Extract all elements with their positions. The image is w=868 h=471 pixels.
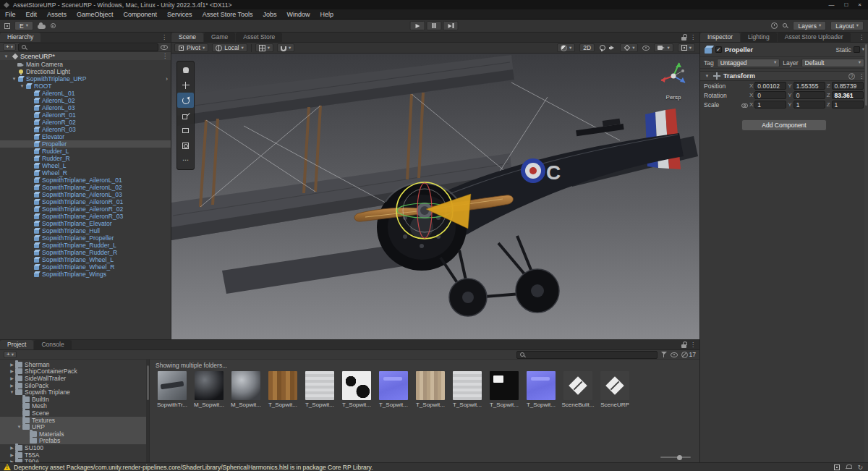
- menu-item-help[interactable]: Help: [315, 11, 339, 18]
- asset-sopwithtr[interactable]: SopwithTr...: [156, 371, 189, 408]
- scene-visibility-toggle-icon[interactable]: [642, 46, 650, 51]
- effects-button[interactable]: ▾: [620, 43, 638, 52]
- add-component-button[interactable]: Add Component: [741, 119, 827, 131]
- expander-icon[interactable]: ▶: [9, 369, 15, 373]
- tab-game[interactable]: Game: [204, 33, 235, 42]
- hierarchy-item-sopwithtriplane-urp[interactable]: ▼SopwithTriplane_URP›: [0, 75, 171, 82]
- hierarchy-item-sopwithtriplane-aileronl-01[interactable]: SopwithTriplane_AileronL_01: [0, 177, 171, 184]
- panel-menu-icon[interactable]: ⋮: [690, 341, 696, 348]
- folder-urp[interactable]: ▼URP: [0, 423, 149, 430]
- layer-dropdown[interactable]: Default ▾: [801, 59, 865, 67]
- tab-scene[interactable]: Scene: [171, 33, 203, 42]
- scale-link-icon[interactable]: [741, 102, 747, 108]
- expander-icon[interactable]: ▼: [9, 390, 15, 394]
- tab-inspector[interactable]: Inspector: [700, 33, 740, 42]
- expander-icon[interactable]: ▶: [9, 459, 15, 462]
- axis-input-z[interactable]: 1: [832, 101, 864, 109]
- step-button[interactable]: [443, 21, 459, 30]
- services-gear-icon[interactable]: [50, 22, 56, 29]
- orientation-gizmo[interactable]: Persp: [653, 58, 694, 101]
- hierarchy-item-sopwithtriplane-elevator[interactable]: SopwithTriplane_Elevator: [0, 220, 171, 227]
- gizmos-button[interactable]: ▾: [678, 43, 695, 52]
- menu-item-jobs[interactable]: Jobs: [258, 11, 282, 18]
- transform-tool[interactable]: [177, 138, 194, 153]
- scene-render[interactable]: C: [171, 54, 699, 339]
- version-control-icon[interactable]: [4, 23, 10, 29]
- notifications-icon[interactable]: [846, 464, 851, 470]
- tag-dropdown[interactable]: Untagged ▾: [717, 59, 780, 67]
- close-button[interactable]: ×: [858, 1, 861, 8]
- lock-icon[interactable]: [681, 341, 686, 348]
- create-object-button[interactable]: + ▾: [3, 43, 16, 51]
- asset-t-sopwit[interactable]: T_Sopwit...: [303, 371, 336, 408]
- folder-materials[interactable]: Materials: [0, 430, 149, 438]
- hierarchy-item-elevator[interactable]: Elevator: [0, 133, 171, 140]
- hierarchy-search-field[interactable]: [18, 43, 158, 51]
- scene-viewport[interactable]: C: [171, 54, 699, 339]
- expander-icon[interactable]: ▶: [9, 446, 15, 450]
- asset-m-sopwit[interactable]: M_Sopwit...: [229, 371, 263, 408]
- maximize-button[interactable]: □: [844, 1, 848, 8]
- expander-icon[interactable]: ▶: [9, 453, 15, 457]
- hierarchy-item-wheel-r[interactable]: Wheel_R: [0, 169, 171, 177]
- expander-icon[interactable]: ▼: [16, 425, 22, 429]
- tab-project[interactable]: Project: [0, 340, 33, 349]
- hierarchy-item-aileronl-02[interactable]: AileronL_02: [0, 97, 171, 104]
- hierarchy-item-sopwithtriplane-aileronl-02[interactable]: SopwithTriplane_AileronL_02: [0, 184, 171, 191]
- asset-m-sopwit[interactable]: M_Sopwit...: [192, 371, 226, 408]
- expander-icon[interactable]: ▼: [11, 77, 17, 81]
- axis-input-y[interactable]: 1.55355: [793, 82, 825, 90]
- tab-lighting[interactable]: Lighting: [741, 33, 777, 42]
- hierarchy-item-root[interactable]: ▼ROOT: [0, 82, 171, 90]
- prefab-open-arrow[interactable]: ›: [166, 75, 171, 82]
- minimize-button[interactable]: —: [828, 1, 834, 8]
- layout-dropdown[interactable]: Layout ▾: [830, 21, 864, 30]
- camera-settings-button[interactable]: ▾: [654, 43, 673, 52]
- warning-icon[interactable]: [4, 464, 11, 470]
- hierarchy-search-input[interactable]: [29, 44, 156, 51]
- hierarchy-item-sopwithtriplane-aileronr-03[interactable]: SopwithTriplane_AileronR_03: [0, 213, 171, 220]
- move-tool[interactable]: [177, 77, 194, 93]
- menu-item-services[interactable]: Services: [162, 11, 197, 18]
- asset-t-sopwit[interactable]: T_Sopwit...: [377, 371, 410, 408]
- pause-button[interactable]: [427, 21, 442, 30]
- hierarchy-item-sopwithtriplane-hull[interactable]: SopwithTriplane_Hull: [0, 227, 171, 234]
- scale-tool[interactable]: [177, 108, 194, 123]
- menu-item-edit[interactable]: Edit: [21, 11, 43, 18]
- hierarchy-item-wheel-l[interactable]: Wheel_L: [0, 162, 171, 169]
- project-search-input[interactable]: [527, 352, 655, 358]
- asset-t-sopwit[interactable]: T_Sopwit...: [340, 371, 373, 408]
- axis-input-y[interactable]: 1: [793, 101, 825, 109]
- thumbnail-zoom-slider[interactable]: [660, 457, 691, 458]
- axis-input-z[interactable]: 83.361: [832, 91, 864, 99]
- expander-icon[interactable]: ▼: [19, 84, 25, 88]
- cloud-services-icon[interactable]: [38, 25, 46, 29]
- hierarchy-item-sopwithtriplane-rudder-r[interactable]: SopwithTriplane_Rudder_R: [0, 249, 171, 256]
- axis-input-x[interactable]: 0.00102: [754, 82, 786, 90]
- scene-root-row[interactable]: ▼ SceneURP* ⋮: [0, 52, 171, 60]
- axis-input-z[interactable]: 0.85739: [832, 82, 864, 90]
- axis-input-x[interactable]: 0: [754, 91, 786, 99]
- folder-su100[interactable]: ▶SU100: [0, 444, 149, 451]
- background-tasks-icon[interactable]: [834, 464, 840, 470]
- status-message[interactable]: Dependency asset Packages/com.unity.rend…: [14, 464, 373, 471]
- axis-input-x[interactable]: 1: [754, 101, 786, 109]
- panel-menu-icon[interactable]: ⋮: [859, 34, 864, 41]
- search-by-label-icon[interactable]: [671, 352, 678, 357]
- rect-tool[interactable]: [177, 123, 194, 138]
- panel-menu-icon[interactable]: ⋮: [690, 34, 696, 41]
- scene-lighting-icon[interactable]: [599, 45, 605, 51]
- project-search-field[interactable]: [516, 351, 658, 359]
- menu-item-window[interactable]: Window: [282, 11, 315, 18]
- hierarchy-item-aileronr-02[interactable]: AileronR_02: [0, 119, 171, 126]
- hierarchy-item-sopwithtriplane-wheel-r[interactable]: SopwithTriplane_Wheel_R: [0, 263, 171, 271]
- folder-shipcontainerpack[interactable]: ▶ShipContainerPack: [0, 368, 149, 375]
- hierarchy-item-aileronr-01[interactable]: AileronR_01: [0, 111, 171, 119]
- asset-t-sopwit[interactable]: T_Sopwit...: [524, 371, 558, 408]
- axis-gizmo-canvas[interactable]: [654, 58, 693, 94]
- asset-t-sopwit[interactable]: T_Sopwit...: [488, 371, 521, 408]
- global-search-icon[interactable]: [782, 22, 788, 29]
- scene-visibility-icon[interactable]: [161, 45, 168, 50]
- menu-item-component[interactable]: Component: [119, 11, 163, 18]
- hierarchy-item-sopwithtriplane-wings[interactable]: SopwithTriplane_Wings: [0, 271, 171, 278]
